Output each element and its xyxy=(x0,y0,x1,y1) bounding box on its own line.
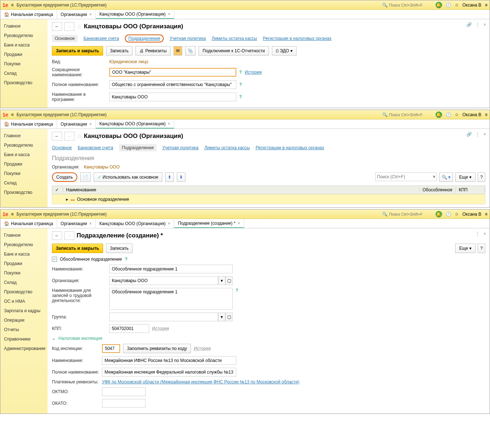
close-icon[interactable]: × xyxy=(168,121,170,126)
close-icon[interactable]: × xyxy=(238,221,240,226)
more-button[interactable]: Еще ▾ xyxy=(455,172,475,182)
more-icon[interactable]: ⋮ xyxy=(475,231,480,236)
sidebar-item[interactable]: Продажи xyxy=(0,259,48,268)
subtab-bank[interactable]: Банковские счета xyxy=(83,36,119,41)
collapse-icon[interactable]: ⌄ xyxy=(52,336,56,341)
forward-button[interactable]: → xyxy=(64,22,74,31)
forward-button[interactable]: → xyxy=(64,132,74,140)
history-link[interactable]: История xyxy=(194,346,211,351)
check-col[interactable]: ✓ xyxy=(52,187,63,192)
help-button[interactable]: ? xyxy=(478,244,485,253)
org-combo[interactable]: ▾▢ xyxy=(109,276,233,285)
org-input[interactable] xyxy=(109,276,218,285)
star-icon[interactable]: ☆ xyxy=(455,112,459,117)
oktmo-input[interactable] xyxy=(102,387,146,396)
sidebar-item[interactable]: Склад xyxy=(0,178,48,188)
okato-input[interactable] xyxy=(102,399,146,408)
sidebar-item[interactable]: Зарплата и кадры xyxy=(0,306,48,315)
group-combo[interactable]: ▾▢ xyxy=(109,313,233,321)
sidebar-item[interactable]: Покупки xyxy=(0,59,48,69)
sidebar-item[interactable]: Банк и касса xyxy=(0,150,48,159)
bell-icon[interactable]: 🔔 xyxy=(436,111,442,118)
sidebar-item[interactable]: Справочники xyxy=(0,334,48,344)
short-name-input[interactable] xyxy=(109,68,236,77)
more-button[interactable]: Еще ▾ xyxy=(455,244,475,253)
settings-icon[interactable]: ≡ xyxy=(485,112,487,117)
attach-button[interactable]: 📎 xyxy=(185,46,196,56)
menu-icon[interactable]: ≡ xyxy=(11,3,14,8)
link-icon[interactable]: 🔗 xyxy=(466,132,472,137)
star-icon[interactable]: ☆ xyxy=(455,212,459,217)
home-tab[interactable]: 🏠Начальная страница xyxy=(0,10,57,19)
user-name[interactable]: Оксана В xyxy=(462,212,481,217)
code-input[interactable] xyxy=(102,344,120,353)
home-tab[interactable]: 🏠Начальная страница xyxy=(0,119,57,129)
requisites-button[interactable]: 🖨Реквизиты xyxy=(135,46,171,56)
sidebar-item[interactable]: Руководителю xyxy=(0,31,48,40)
use-main-button[interactable]: ✓ Использовать как основное xyxy=(94,172,163,182)
settings-icon[interactable]: ≡ xyxy=(485,3,487,8)
bell-icon[interactable]: 🔔 xyxy=(436,211,442,217)
open-icon[interactable]: ▢ xyxy=(225,313,233,321)
help-icon[interactable]: ? xyxy=(239,94,242,99)
global-search[interactable]: 🔍 xyxy=(382,112,433,117)
close-icon[interactable]: × xyxy=(168,221,170,226)
tab-org-card[interactable]: Канцтовары ООО (Организация)× xyxy=(96,10,174,19)
sidebar-item[interactable]: Покупки xyxy=(0,268,48,278)
col-name[interactable]: Наименование xyxy=(63,187,420,192)
subtab-limits[interactable]: Лимиты остатка кассы xyxy=(212,36,257,41)
tax-section-title[interactable]: Налоговая инспекция xyxy=(58,336,102,341)
sidebar-item[interactable]: Главное xyxy=(0,21,48,31)
open-icon[interactable]: ▢ xyxy=(225,276,233,285)
close-icon[interactable]: × xyxy=(483,132,486,137)
sidebar-item[interactable]: Производство xyxy=(0,287,48,297)
history-icon[interactable]: 🕘 xyxy=(446,212,451,217)
history-icon[interactable]: 🕘 xyxy=(446,3,451,8)
sidebar-item[interactable]: Администрирование xyxy=(0,344,48,353)
subtab-tax-reg[interactable]: Регистрации в налоговых органах xyxy=(263,36,331,41)
tab-org-card[interactable]: Канцтовары ООО (Организация)× xyxy=(96,219,174,228)
prog-name-input[interactable] xyxy=(109,93,236,101)
sidebar-item[interactable]: Производство xyxy=(0,188,48,197)
sidebar-item[interactable]: Главное xyxy=(0,231,48,240)
close-icon[interactable]: × xyxy=(483,231,486,236)
tab-organizations[interactable]: Организации× xyxy=(57,219,96,228)
bell-icon[interactable]: 🔔 xyxy=(436,2,442,8)
pay-link[interactable]: УФК по Московской области (Межрайонная и… xyxy=(102,379,299,384)
search-input[interactable] xyxy=(389,113,433,117)
sidebar-item[interactable]: Главное xyxy=(0,131,48,140)
tab-organizations[interactable]: Организации× xyxy=(57,119,96,129)
menu-icon[interactable]: ≡ xyxy=(11,212,14,217)
help-icon[interactable]: ? xyxy=(239,70,242,75)
help-icon[interactable]: ? xyxy=(239,82,242,87)
sidebar-item[interactable]: Склад xyxy=(0,69,48,78)
home-tab[interactable]: 🏠Начальная страница xyxy=(0,219,57,228)
sidebar-item[interactable]: Руководителю xyxy=(0,140,48,150)
star-icon[interactable]: ☆ xyxy=(455,3,459,8)
subtab-divisions[interactable]: Подразделения xyxy=(119,144,156,151)
create-button[interactable]: Создать xyxy=(52,172,77,182)
subtab-bank[interactable]: Банковские счета xyxy=(78,145,113,150)
kpp-input[interactable] xyxy=(109,324,149,333)
help-icon[interactable]: ? xyxy=(125,257,127,262)
global-search[interactable]: 🔍 xyxy=(382,3,433,8)
save-close-button[interactable]: Записать и закрыть xyxy=(52,46,103,56)
close-icon[interactable]: × xyxy=(89,12,92,17)
back-button[interactable]: ← xyxy=(52,231,62,240)
tab-organizations[interactable]: Организации× xyxy=(57,10,96,19)
subtab-tax-reg[interactable]: Регистрации в налоговых органах xyxy=(256,145,324,150)
search-input[interactable] xyxy=(389,212,433,216)
history-link[interactable]: История xyxy=(152,326,169,331)
separate-checkbox[interactable] xyxy=(52,257,57,262)
save-button[interactable]: Записать xyxy=(106,244,132,253)
copy-button[interactable]: 📄 xyxy=(80,172,91,182)
clear-icon[interactable]: × xyxy=(433,174,436,179)
close-icon[interactable]: × xyxy=(89,221,92,226)
save-button[interactable]: Записать xyxy=(106,46,132,56)
sidebar-item[interactable]: Банк и касса xyxy=(0,40,48,50)
history-icon[interactable]: 🕘 xyxy=(446,112,451,117)
chevron-down-icon[interactable]: ▾ xyxy=(218,313,225,321)
sidebar-item[interactable]: Продажи xyxy=(0,50,48,59)
fill-button[interactable]: Заполнить реквизиты по коду xyxy=(123,344,191,353)
link-icon[interactable]: 🔗 xyxy=(466,22,472,27)
